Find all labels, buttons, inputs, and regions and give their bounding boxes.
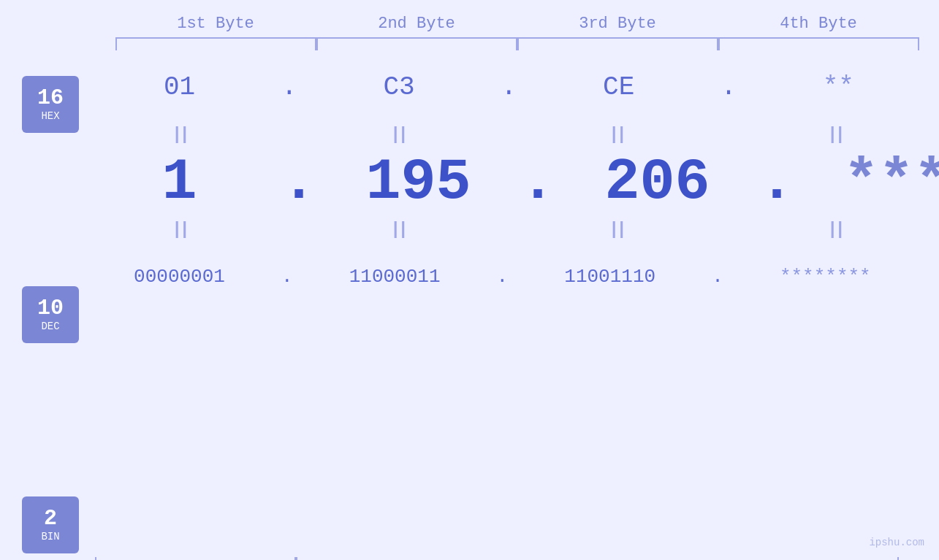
badge-hex: 16 HEX (22, 76, 79, 133)
equals-sign-2: || (390, 125, 406, 145)
dot-hex-2: . (501, 72, 517, 102)
bottom-brackets (0, 557, 939, 560)
badge-bin-label: BIN (41, 531, 59, 542)
bin-b2-cell: 11000011 (294, 266, 495, 288)
byte4-header: 4th Byte (718, 15, 919, 33)
bracket-4 (718, 37, 919, 50)
eq1-c4: || (734, 125, 935, 145)
main-content: 16 HEX 10 DEC 2 BIN 01 . (0, 54, 939, 553)
badge-dec-label: DEC (41, 321, 59, 332)
top-brackets (0, 37, 939, 50)
bin-b3-cell: 11001110 (509, 266, 710, 288)
bin-b2-value: 11000011 (349, 266, 441, 288)
rows-area: 01 . C3 . CE . ** || || (79, 54, 939, 553)
hex-b2-cell: C3 (299, 72, 500, 102)
dot-bin-3: . (712, 266, 723, 288)
bin-row: 00000001 . 11000011 . 11001110 . *******… (79, 244, 939, 310)
hex-b4-value: ** (823, 72, 854, 102)
badge-bin-number: 2 (44, 507, 57, 529)
equals-sign-5: || (172, 220, 187, 239)
dec-b2-value: 195 (366, 149, 471, 215)
byte2-header: 2nd Byte (316, 15, 517, 33)
badges-column: 16 HEX 10 DEC 2 BIN (22, 76, 79, 553)
bracket-network (95, 557, 296, 560)
hex-b4-cell: ** (738, 72, 939, 102)
watermark: ipshu.com (869, 537, 924, 548)
equals-sign-6: || (390, 220, 406, 239)
bin-b1-value: 00000001 (134, 266, 225, 288)
bracket-2 (316, 37, 517, 50)
dot-dec-2: . (520, 149, 555, 215)
dot-hex-1: . (281, 72, 297, 102)
dec-b1-cell: 1 (79, 149, 280, 215)
dot-dec-1: . (281, 149, 316, 215)
bin-b1-cell: 00000001 (79, 266, 280, 288)
hex-b1-value: 01 (164, 72, 195, 102)
bin-b4-value: ******** (780, 266, 871, 288)
hex-b1-cell: 01 (79, 72, 280, 102)
byte-headers: 1st Byte 2nd Byte 3rd Byte 4th Byte (0, 15, 939, 33)
badge-bin: 2 BIN (22, 496, 79, 553)
dec-row: 1 . 195 . 206 . *** (79, 149, 939, 215)
eq2-c2: || (297, 220, 498, 239)
dot-bin-2: . (497, 266, 509, 288)
badge-dec-number: 10 (37, 297, 64, 319)
dec-b4-cell: *** (796, 149, 939, 215)
main-container: 1st Byte 2nd Byte 3rd Byte 4th Byte 16 H… (0, 0, 939, 560)
bracket-3 (517, 37, 718, 50)
hex-b2-value: C3 (384, 72, 415, 102)
bracket-1 (115, 37, 316, 50)
eq1-c1: || (79, 125, 280, 145)
equals-sign-1: || (172, 125, 187, 145)
eq2-c1: || (79, 220, 280, 239)
eq1-c3: || (516, 125, 717, 145)
dec-b3-value: 206 (605, 149, 710, 215)
dec-b1-value: 1 (161, 149, 197, 215)
equals-sign-4: || (827, 125, 843, 145)
badge-hex-label: HEX (41, 110, 59, 122)
eq1-c2: || (297, 125, 498, 145)
hex-b3-value: CE (603, 72, 634, 102)
bracket-host (296, 557, 899, 560)
bin-b3-value: 11001110 (564, 266, 655, 288)
eq2-c3: || (516, 220, 717, 239)
bin-b4-cell: ******** (725, 266, 926, 288)
eq2-c4: || (734, 220, 935, 239)
dot-dec-3: . (759, 149, 794, 215)
byte1-header: 1st Byte (115, 15, 316, 33)
dec-b4-value: *** (844, 149, 939, 215)
equals-sign-3: || (609, 125, 624, 145)
hex-row: 01 . C3 . CE . ** (79, 54, 939, 120)
dot-bin-1: . (281, 266, 293, 288)
equals-row-2: || || || || (79, 215, 939, 244)
equals-sign-8: || (827, 220, 843, 239)
hex-b3-cell: CE (518, 72, 719, 102)
dec-b2-cell: 195 (318, 149, 519, 215)
equals-row-1: || || || || (79, 120, 939, 149)
byte3-header: 3rd Byte (517, 15, 718, 33)
equals-sign-7: || (609, 220, 624, 239)
dec-b3-cell: 206 (557, 149, 758, 215)
badge-dec: 10 DEC (22, 286, 79, 343)
badge-hex-number: 16 (37, 87, 64, 109)
dot-hex-3: . (721, 72, 737, 102)
